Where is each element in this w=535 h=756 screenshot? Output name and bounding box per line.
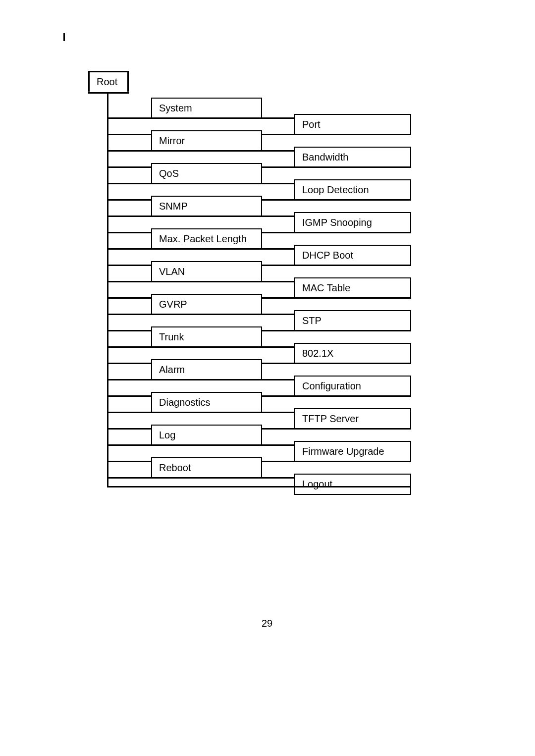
right-node: Loop Detection: [294, 179, 411, 201]
left-node: Trunk: [151, 326, 262, 348]
connector: [107, 216, 294, 217]
right-node: Configuration: [294, 376, 411, 397]
left-node: System: [151, 98, 262, 119]
right-node: Port: [294, 114, 411, 135]
connector: [107, 183, 294, 184]
node-label: Configuration: [302, 380, 361, 391]
right-node: Logout: [294, 474, 411, 495]
connector: [107, 248, 294, 250]
left-node: Mirror: [151, 130, 262, 152]
node-label: GVRP: [159, 299, 187, 310]
connector: [107, 379, 294, 380]
page-number: 29: [262, 618, 272, 629]
connector: [107, 314, 294, 315]
left-node: Log: [151, 425, 262, 446]
node-label: Log: [159, 430, 175, 440]
left-node: Alarm: [151, 359, 262, 380]
left-node: Reboot: [151, 457, 262, 479]
right-node: TFTP Server: [294, 408, 411, 430]
left-node: GVRP: [151, 294, 262, 315]
root-node: Root: [88, 71, 129, 92]
root-bottom-left: [88, 92, 107, 94]
menu-tree-diagram: Root System Port Mirror Bandwidth QoS Lo…: [0, 0, 535, 756]
node-label: Reboot: [159, 462, 191, 473]
right-node: IGMP Snooping: [294, 212, 411, 233]
node-label: Alarm: [159, 364, 185, 375]
connector: [107, 444, 294, 446]
stray-mark: [63, 33, 65, 41]
right-node: 802.1X: [294, 343, 411, 364]
left-node: Max. Packet Length: [151, 228, 262, 250]
node-label: STP: [302, 315, 321, 326]
node-label: 802.1X: [302, 348, 333, 359]
node-label: Logout: [302, 479, 332, 489]
left-node: SNMP: [151, 196, 262, 217]
connector: [107, 486, 411, 487]
node-label: System: [159, 103, 192, 113]
right-node: MAC Table: [294, 277, 411, 299]
node-label: Mirror: [159, 135, 185, 146]
left-node: Diagnostics: [151, 392, 262, 413]
connector: [107, 346, 294, 348]
node-label: MAC Table: [302, 282, 350, 293]
node-label: QoS: [159, 168, 179, 179]
node-label: Trunk: [159, 331, 184, 342]
right-node: Bandwidth: [294, 147, 411, 168]
node-label: VLAN: [159, 266, 185, 277]
left-node: VLAN: [151, 261, 262, 282]
node-label: Diagnostics: [159, 397, 210, 408]
right-node: DHCP Boot: [294, 245, 411, 266]
node-label: IGMP Snooping: [302, 217, 372, 228]
connector: [107, 412, 294, 413]
right-node: Firmware Upgrade: [294, 441, 411, 462]
root-label: Root: [97, 76, 117, 87]
node-label: Loop Detection: [302, 184, 369, 195]
connector: [107, 281, 294, 282]
node-label: Port: [302, 119, 321, 130]
node-label: DHCP Boot: [302, 250, 353, 261]
connector: [107, 150, 294, 152]
node-label: SNMP: [159, 201, 188, 212]
node-label: Bandwidth: [302, 152, 348, 162]
connector: [107, 117, 294, 119]
connector: [107, 477, 294, 479]
node-label: Firmware Upgrade: [302, 446, 384, 457]
right-node: STP: [294, 310, 411, 331]
root-bottom-right: [108, 92, 129, 94]
node-label: Max. Packet Length: [159, 233, 247, 244]
node-label: TFTP Server: [302, 413, 359, 424]
left-node: QoS: [151, 163, 262, 184]
